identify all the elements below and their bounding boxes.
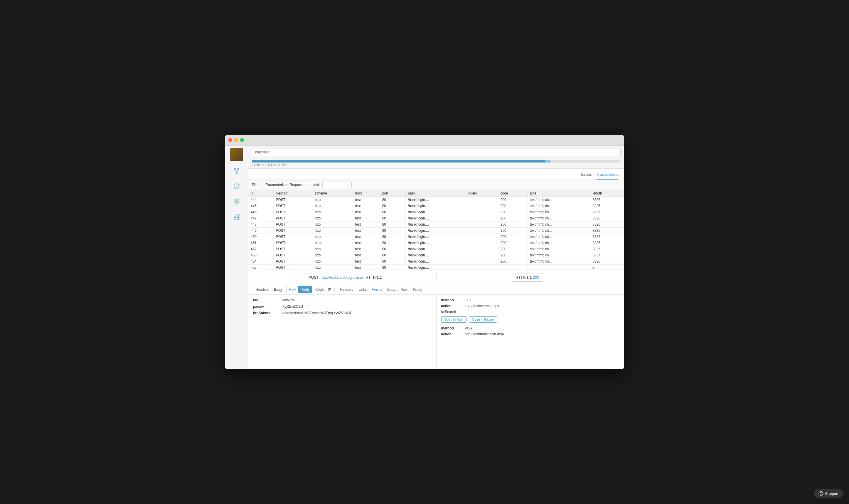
tab-issues[interactable]: Issues <box>581 171 592 180</box>
table-row[interactable]: 452POSThttp:test80/bank/login....200text… <box>248 246 624 252</box>
table-row[interactable]: 445POSThttp:test80/bank/login....200text… <box>248 203 624 209</box>
table-row[interactable]: 447POSThttp:test80/bank/login....200text… <box>248 215 624 221</box>
cell-method: POST <box>273 240 312 246</box>
cell-type: text/html; ch... <box>527 228 590 234</box>
and-select-wrapper[interactable] <box>322 182 352 188</box>
table-row[interactable]: 451POSThttp:test80/bank/login....200text… <box>248 240 624 246</box>
cell-type: text/html; ch... <box>527 234 590 240</box>
cell-path: /bank/login.... <box>405 252 466 258</box>
tab-response-forms[interactable]: Forms <box>369 286 384 293</box>
grid-icon[interactable] <box>231 212 242 222</box>
filter-select-wrapper[interactable]: Parameterized Requests <box>263 182 311 188</box>
grid-options-icon[interactable]: ⊞ <box>328 287 331 292</box>
cell-length: 8826 <box>590 240 624 246</box>
cell-length: 8837 <box>590 252 624 258</box>
col-port[interactable]: port <box>380 190 405 197</box>
cell-query <box>466 215 498 221</box>
field-uid-value: vaWgN <box>282 298 294 302</box>
cell-length: 8826 <box>590 234 624 240</box>
txt-search-field: txtSearch <box>441 310 620 314</box>
cell-host: test <box>352 228 380 234</box>
tab-transactions[interactable]: Transactions <box>596 171 618 180</box>
table-row[interactable]: 446POSThttp:test80/bank/login....200text… <box>248 209 624 215</box>
col-length[interactable]: length <box>590 190 624 197</box>
col-query[interactable]: query <box>466 190 498 197</box>
response-status-box: HTTP/1.1 200 <box>512 273 543 282</box>
cell-type <box>527 265 590 270</box>
field-uid-name: uid <box>253 298 282 302</box>
resp-method2-name: method <box>441 326 465 330</box>
detail-content: uid vaWgN passw Fyy2ch3O2G btnSubmit dat… <box>248 294 624 370</box>
request-url: http://test/bank/login.aspx <box>320 275 364 280</box>
progress-text: 1189/1462 508/514 81% <box>252 163 621 167</box>
resp-action2-name: action <box>441 332 465 336</box>
field-btnsubmit-name: btnSubmit <box>253 311 282 315</box>
col-host[interactable]: host <box>352 190 380 197</box>
request-response-line: POST http://test/bank/login.aspx HTTP/1.… <box>248 270 624 285</box>
col-path[interactable]: path <box>405 190 466 197</box>
table-row[interactable]: 454POSThttp:test80/bank/login....200text… <box>248 258 624 265</box>
detail-panel: POST http://test/bank/login.aspx HTTP/1.… <box>248 270 624 370</box>
tab-response-links[interactable]: Links <box>356 286 369 293</box>
table-row[interactable]: 455POSThttp:test80/bank/login....0 <box>248 265 624 270</box>
fork-icon[interactable] <box>231 166 242 176</box>
cell-type: text/html; ch... <box>527 258 590 265</box>
url-input[interactable] <box>252 148 621 156</box>
col-type[interactable]: type <box>527 190 590 197</box>
col-method[interactable]: method <box>273 190 312 197</box>
tab-request-headers[interactable]: Headers <box>253 286 271 293</box>
cell-scheme: http: <box>312 265 352 270</box>
table-row[interactable]: 453POSThttp:test80/bank/login....200text… <box>248 252 624 258</box>
table-row[interactable]: 450POSThttp:test80/bank/login....200text… <box>248 234 624 240</box>
settings-icon[interactable] <box>231 196 242 207</box>
and-label: and: <box>313 183 320 187</box>
tab-request-raw[interactable]: Raw <box>287 286 298 293</box>
cell-type: text/html; ch... <box>527 209 590 215</box>
cell-code <box>498 265 527 270</box>
action-buttons: Open in Rest Open in Fuzzer <box>441 316 620 323</box>
help-icon[interactable]: ? <box>231 181 242 192</box>
open-in-rest-button[interactable]: Open in Rest <box>441 316 467 323</box>
cell-scheme: http: <box>312 240 352 246</box>
and-select[interactable] <box>322 182 352 188</box>
tab-response-raw[interactable]: Raw <box>398 286 410 293</box>
tab-response-headers[interactable]: Headers <box>337 286 356 293</box>
svg-point-9 <box>236 201 238 203</box>
support-button[interactable]: ? Support <box>814 489 843 498</box>
cell-port: 80 <box>380 234 405 240</box>
cell-port: 80 <box>380 246 405 252</box>
filter-select[interactable]: Parameterized Requests <box>263 182 311 188</box>
table-row[interactable]: 444POSThttp:test80/bank/login....200text… <box>248 197 624 203</box>
minimize-button[interactable] <box>234 138 238 142</box>
cell-code: 200 <box>498 252 527 258</box>
resp-method-row: method GET <box>441 298 620 302</box>
col-scheme[interactable]: scheme <box>312 190 352 197</box>
cell-length: 8826 <box>590 258 624 265</box>
avatar[interactable] <box>230 148 243 161</box>
close-button[interactable] <box>228 138 232 142</box>
cell-id: 452 <box>248 246 273 252</box>
url-bar-row <box>248 146 624 159</box>
tab-request-code[interactable]: Code <box>313 286 326 293</box>
cell-id: 450 <box>248 234 273 240</box>
table-row[interactable]: 448POSThttp:test80/bank/login....200text… <box>248 221 624 228</box>
tab-response-body[interactable]: Body <box>385 286 398 293</box>
svg-rect-10 <box>234 214 236 216</box>
cell-path: /bank/login.... <box>405 221 466 228</box>
col-code[interactable]: code <box>498 190 527 197</box>
table-row[interactable]: 449POSThttp:test80/bank/login....200text… <box>248 228 624 234</box>
col-id[interactable]: id <box>248 190 273 197</box>
cell-scheme: http: <box>312 215 352 221</box>
cell-code: 200 <box>498 228 527 234</box>
filter-row: Filter: Parameterized Requests and: <box>248 180 624 190</box>
cell-id: 453 <box>248 252 273 258</box>
cell-length: 8826 <box>590 215 624 221</box>
tab-response-pretty[interactable]: Pretty <box>411 286 424 293</box>
cell-length: 8826 <box>590 228 624 234</box>
open-in-fuzzer-button[interactable]: Open in Fuzzer <box>469 316 497 323</box>
cell-id: 448 <box>248 221 273 228</box>
tab-request-pretty[interactable]: Pretty <box>298 286 312 293</box>
tab-request-body[interactable]: Body <box>272 286 284 293</box>
cell-type: text/html; ch... <box>527 203 590 209</box>
maximize-button[interactable] <box>240 138 244 142</box>
